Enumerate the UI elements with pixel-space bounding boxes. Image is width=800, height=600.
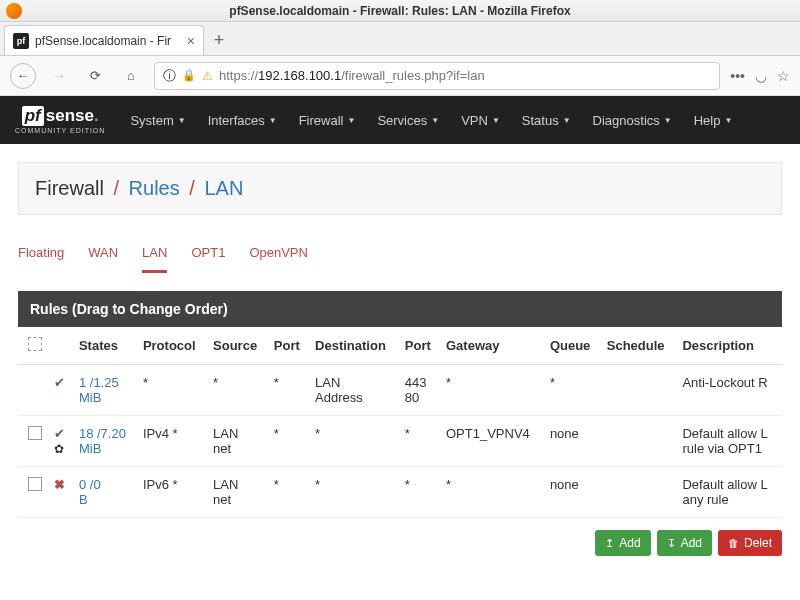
cell-dport: * bbox=[399, 416, 440, 467]
breadcrumb-level-1[interactable]: Rules bbox=[129, 177, 180, 199]
check-icon: ✔ bbox=[54, 375, 65, 390]
cell-schedule bbox=[601, 416, 677, 467]
nav-vpn[interactable]: VPN▼ bbox=[452, 107, 509, 134]
pfsense-logo[interactable]: pfsense. COMMUNITY EDITION bbox=[15, 106, 105, 134]
breadcrumb-level-2[interactable]: LAN bbox=[204, 177, 243, 199]
forward-button[interactable]: → bbox=[46, 63, 72, 89]
col-protocol: Protocol bbox=[137, 327, 207, 365]
col-destination: Destination bbox=[309, 327, 399, 365]
col-queue: Queue bbox=[544, 327, 601, 365]
window-title: pfSense.localdomain - Firewall: Rules: L… bbox=[229, 4, 570, 18]
arrow-down-icon: ↧ bbox=[667, 537, 676, 550]
reload-button[interactable]: ⟳ bbox=[82, 63, 108, 89]
cell-schedule bbox=[601, 365, 677, 416]
caret-down-icon: ▼ bbox=[431, 116, 439, 125]
url-input[interactable]: ⓘ 🔒 ⚠ https://192.168.100.1/firewall_rul… bbox=[154, 62, 720, 90]
panel-title: Rules (Drag to Change Order) bbox=[18, 291, 782, 327]
row-checkbox[interactable] bbox=[28, 426, 42, 440]
add-top-button[interactable]: ↥Add bbox=[595, 530, 650, 556]
breadcrumb-sep: / bbox=[189, 177, 195, 199]
col-sport: Port bbox=[268, 327, 309, 365]
nav-firewall[interactable]: Firewall▼ bbox=[290, 107, 365, 134]
action-bar: ↥Add ↧Add 🗑Delet bbox=[18, 530, 782, 556]
cell-description: Default allow L rule via OPT1 bbox=[676, 416, 782, 467]
cell-protocol: IPv4 * bbox=[137, 416, 207, 467]
col-states: States bbox=[73, 327, 137, 365]
cell-sport: * bbox=[268, 365, 309, 416]
cell-destination: * bbox=[309, 467, 399, 518]
new-tab-button[interactable]: + bbox=[204, 25, 234, 55]
cell-gateway: OPT1_VPNV4 bbox=[440, 416, 544, 467]
firefox-icon bbox=[6, 3, 22, 19]
cell-gateway: * bbox=[440, 467, 544, 518]
breadcrumb-sep: / bbox=[113, 177, 119, 199]
back-button[interactable]: ← bbox=[10, 63, 36, 89]
bookmark-icon[interactable]: ☆ bbox=[777, 68, 790, 84]
info-icon[interactable]: ⓘ bbox=[163, 67, 176, 85]
cell-dport: 44380 bbox=[399, 365, 440, 416]
states-link[interactable]: 0 /0B bbox=[79, 477, 101, 507]
nav-interfaces[interactable]: Interfaces▼ bbox=[199, 107, 286, 134]
col-gateway: Gateway bbox=[440, 327, 544, 365]
cell-source: LANnet bbox=[207, 467, 268, 518]
col-source: Source bbox=[207, 327, 268, 365]
col-schedule: Schedule bbox=[601, 327, 677, 365]
arrow-up-icon: ↥ bbox=[605, 537, 614, 550]
nav-services[interactable]: Services▼ bbox=[368, 107, 448, 134]
tab-floating[interactable]: Floating bbox=[18, 239, 64, 273]
browser-toolbar: ← → ⟳ ⌂ ⓘ 🔒 ⚠ https://192.168.100.1/fire… bbox=[0, 56, 800, 96]
tab-wan[interactable]: WAN bbox=[88, 239, 118, 273]
table-row[interactable]: ✔1 /1.25MiB***LANAddress44380**Anti-Lock… bbox=[18, 365, 782, 416]
cell-description: Anti-Lockout R bbox=[676, 365, 782, 416]
tab-openvpn[interactable]: OpenVPN bbox=[249, 239, 308, 273]
rules-table: States Protocol Source Port Destination … bbox=[18, 327, 782, 518]
cell-protocol: * bbox=[137, 365, 207, 416]
url-text: https://192.168.100.1/firewall_rules.php… bbox=[219, 68, 485, 83]
cell-schedule bbox=[601, 467, 677, 518]
cell-destination: LANAddress bbox=[309, 365, 399, 416]
favicon-icon: pf bbox=[13, 33, 29, 49]
interface-tabs: Floating WAN LAN OPT1 OpenVPN bbox=[18, 239, 782, 273]
pocket-icon[interactable]: ◡ bbox=[755, 68, 767, 84]
lock-icon: 🔒 bbox=[182, 69, 196, 82]
warning-icon: ⚠ bbox=[202, 69, 213, 83]
cell-queue: none bbox=[544, 416, 601, 467]
row-checkbox[interactable] bbox=[28, 477, 42, 491]
nav-system[interactable]: System▼ bbox=[121, 107, 194, 134]
home-button[interactable]: ⌂ bbox=[118, 63, 144, 89]
cell-dport: * bbox=[399, 467, 440, 518]
caret-down-icon: ▼ bbox=[563, 116, 571, 125]
cell-sport: * bbox=[268, 467, 309, 518]
delete-button[interactable]: 🗑Delet bbox=[718, 530, 782, 556]
os-titlebar: pfSense.localdomain - Firewall: Rules: L… bbox=[0, 0, 800, 22]
close-tab-icon[interactable]: × bbox=[187, 33, 195, 49]
states-link[interactable]: 1 /1.25MiB bbox=[79, 375, 119, 405]
cell-destination: * bbox=[309, 416, 399, 467]
table-row[interactable]: ✖0 /0BIPv6 *LANnet****noneDefault allow … bbox=[18, 467, 782, 518]
caret-down-icon: ▼ bbox=[664, 116, 672, 125]
caret-down-icon: ▼ bbox=[269, 116, 277, 125]
add-bottom-button[interactable]: ↧Add bbox=[657, 530, 712, 556]
breadcrumb: Firewall / Rules / LAN bbox=[18, 162, 782, 215]
tab-lan[interactable]: LAN bbox=[142, 239, 167, 273]
cell-protocol: IPv6 * bbox=[137, 467, 207, 518]
gear-icon[interactable]: ✿ bbox=[54, 442, 64, 456]
cell-gateway: * bbox=[440, 365, 544, 416]
cell-description: Default allow L any rule bbox=[676, 467, 782, 518]
nav-help[interactable]: Help▼ bbox=[685, 107, 742, 134]
menu-dots-icon[interactable]: ••• bbox=[730, 68, 745, 84]
cell-queue: * bbox=[544, 365, 601, 416]
browser-tab[interactable]: pf pfSense.localdomain - Fir × bbox=[4, 25, 204, 55]
caret-down-icon: ▼ bbox=[492, 116, 500, 125]
nav-diagnostics[interactable]: Diagnostics▼ bbox=[584, 107, 681, 134]
tab-opt1[interactable]: OPT1 bbox=[191, 239, 225, 273]
main-nav: pfsense. COMMUNITY EDITION System▼ Inter… bbox=[0, 96, 800, 144]
nav-status[interactable]: Status▼ bbox=[513, 107, 580, 134]
browser-tabstrip: pf pfSense.localdomain - Fir × + bbox=[0, 22, 800, 56]
states-link[interactable]: 18 /7.20MiB bbox=[79, 426, 126, 456]
select-all-checkbox[interactable] bbox=[28, 337, 42, 351]
caret-down-icon: ▼ bbox=[724, 116, 732, 125]
cell-source: * bbox=[207, 365, 268, 416]
table-row[interactable]: ✔✿18 /7.20MiBIPv4 *LANnet***OPT1_VPNV4no… bbox=[18, 416, 782, 467]
col-dport: Port bbox=[399, 327, 440, 365]
